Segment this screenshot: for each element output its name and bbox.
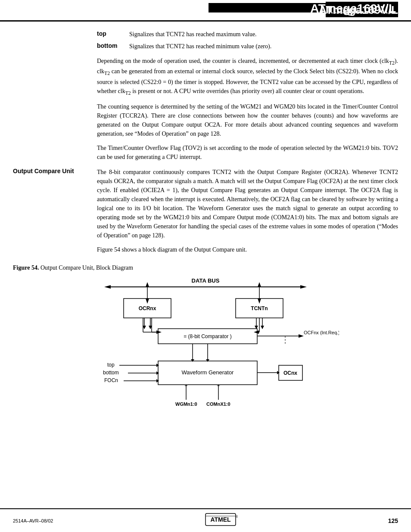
- svg-marker-45: [184, 385, 188, 386]
- svg-marker-47: [217, 385, 220, 386]
- svg-marker-2: [300, 285, 307, 289]
- term-row-top: top Signalizes that TCNT2 has reached ma…: [13, 30, 398, 39]
- output-compare-section: Output Compare Unit The 8-bit comparator…: [13, 168, 398, 258]
- figure-label: Figure 54.: [13, 264, 39, 271]
- footer-logo: ATMEL ®: [203, 513, 238, 529]
- svg-text:ATMEL: ATMEL: [210, 516, 231, 523]
- waveform-label: Waveform Generator: [182, 369, 234, 376]
- term-desc-bottom: Signalizes that TCNT2 has reached minimu…: [129, 42, 271, 51]
- term-label-bottom: bottom: [97, 42, 129, 51]
- block-diagram: DATA BUS OCRnx TCNTn = (8-bit Comparator…: [72, 275, 339, 408]
- ocnx-label: OCnx: [283, 370, 297, 376]
- footer-doc-id: 2514A–AVR–08/02: [13, 518, 53, 523]
- svg-marker-1: [104, 285, 111, 289]
- ocrnx-label: OCRnx: [139, 305, 156, 311]
- section-title-col: Output Compare Unit: [13, 168, 97, 258]
- figure-caption-desc: Output Compare Unit, Block Diagram: [40, 264, 133, 271]
- svg-text:®: ®: [236, 515, 238, 519]
- section-para-2: Figure 54 shows a block diagram of the O…: [97, 245, 398, 254]
- data-bus-label: DATA BUS: [192, 277, 220, 284]
- diagram-container: DATA BUS OCRnx TCNTn = (8-bit Comparator…: [13, 275, 398, 408]
- svg-marker-29: [299, 334, 304, 338]
- ocfnx-label: OCFnx (Int.Req.): [304, 330, 339, 335]
- term-desc-top: Signalizes that TCNT2 has reached maximu…: [129, 30, 257, 39]
- paragraph-2: The counting sequence is determined by t…: [97, 102, 398, 138]
- svg-marker-27: [261, 326, 264, 329]
- term-label-top: top: [97, 30, 129, 39]
- section-body-col: The 8-bit comparator continuously compar…: [97, 168, 398, 258]
- bottom-label: bottom: [103, 370, 119, 376]
- figure-caption-text: Figure 54. Output Compare Unit, Block Di…: [13, 264, 398, 271]
- footer-page-number: 125: [388, 517, 398, 524]
- footer: 2514A–AVR–08/02 ATMEL ® 125: [0, 508, 411, 532]
- term-row-bottom: bottom Signalizes that TCNT2 has reached…: [13, 42, 398, 51]
- comnx-label: COMnX1:0: [206, 401, 230, 407]
- section-para-1: The 8-bit comparator continuously compar…: [97, 168, 398, 240]
- figure-caption-area: Figure 54. Output Compare Unit, Block Di…: [13, 264, 398, 271]
- tcntn-label: TCNTn: [251, 305, 268, 311]
- focn-label: FOCn: [104, 377, 118, 383]
- svg-marker-7: [146, 282, 149, 287]
- section-title: Output Compare Unit: [13, 168, 74, 174]
- page-title: ATmega169V/L: [319, 3, 398, 17]
- paragraph-1: Depending on the mode of operation used,…: [97, 56, 398, 97]
- wgmn-label: WGMn1:0: [175, 401, 197, 407]
- svg-marker-10: [258, 282, 261, 287]
- atmel-logo-svg: ATMEL ®: [203, 513, 238, 529]
- paragraph-3: The Timer/Counter Overflow Flag (TOV2) i…: [97, 143, 398, 162]
- comparator-label: = (8-bit Comparator ): [184, 333, 232, 339]
- top-label: top: [107, 362, 115, 368]
